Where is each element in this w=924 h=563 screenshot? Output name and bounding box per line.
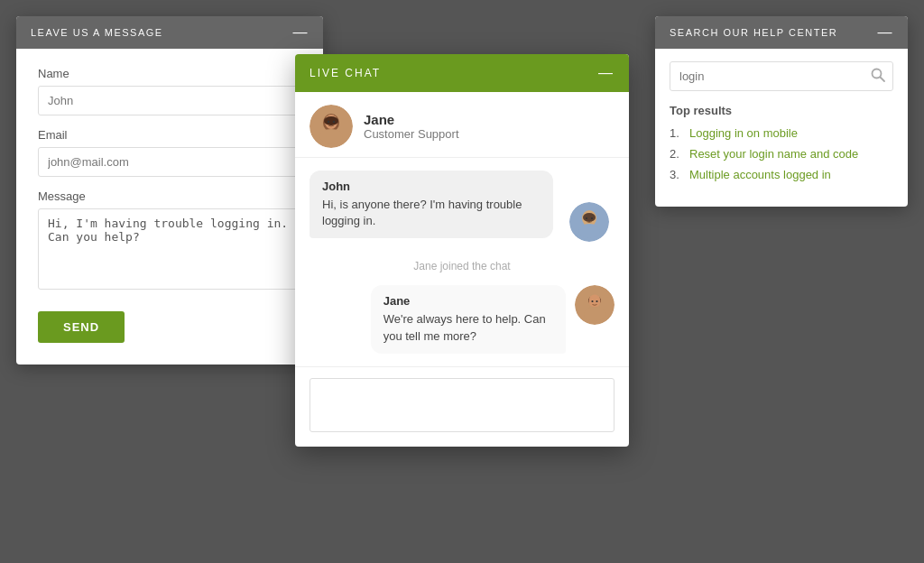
svg-point-6 — [319, 129, 343, 143]
search-body: Top results 1. Logging in on mobile 2. R… — [655, 49, 908, 207]
chat-input-area — [295, 366, 629, 447]
john-message-bubble: John Hi, is anyone there? I'm having tro… — [310, 171, 553, 238]
agent-role: Customer Support — [364, 127, 459, 141]
system-message: Jane joined the chat — [310, 256, 614, 276]
result-num-3: 3. — [670, 168, 684, 181]
jane-message-row: Jane We're always here to help. Can you … — [310, 285, 614, 353]
jane-message-text: We're always here to help. Can you tell … — [383, 311, 553, 344]
search-input[interactable] — [670, 61, 893, 91]
leave-message-header: LEAVE US A MESSAGE — — [16, 16, 323, 49]
leave-message-minimize[interactable]: — — [293, 25, 310, 40]
svg-point-8 — [333, 121, 335, 123]
search-panel: SEARCH OUR HELP CENTER — Top results 1. … — [655, 16, 908, 207]
email-label: Email — [38, 128, 301, 142]
jane-chat-avatar — [575, 285, 614, 325]
search-box — [670, 61, 893, 91]
svg-point-20 — [591, 300, 593, 302]
result-item-2: 2. Reset your login name and code — [670, 147, 893, 161]
john-avatar — [569, 202, 609, 242]
leave-message-body: Name Email Message SEND — [16, 49, 323, 365]
result-num-2: 2. — [670, 147, 684, 161]
result-item-1: 1. Logging in on mobile — [670, 126, 893, 140]
jane-sender-label: Jane — [383, 294, 553, 308]
svg-point-7 — [328, 121, 329, 123]
leave-message-panel: LEAVE US A MESSAGE — Name Email Message … — [16, 16, 323, 365]
svg-point-5 — [324, 116, 338, 125]
result-num-1: 1. — [670, 126, 684, 140]
chat-messages: John Hi, is anyone there? I'm having tro… — [295, 158, 629, 366]
john-avatar-image — [569, 202, 609, 242]
svg-point-14 — [591, 217, 593, 219]
svg-line-1 — [881, 77, 885, 81]
svg-point-11 — [583, 213, 596, 222]
jane-avatar-image — [310, 105, 353, 148]
search-icon — [870, 67, 886, 83]
message-textarea[interactable] — [38, 208, 301, 290]
name-label: Name — [38, 67, 301, 80]
john-sender-label: John — [322, 180, 541, 193]
search-minimize[interactable]: — — [878, 25, 894, 40]
result-link-3[interactable]: Multiple accounts logged in — [689, 168, 831, 181]
live-chat-header: LIVE CHAT — — [295, 54, 629, 92]
result-item-3: 3. Multiple accounts logged in — [670, 168, 893, 181]
jane-message-bubble: Jane We're always here to help. Can you … — [371, 285, 566, 353]
email-input[interactable] — [38, 147, 301, 177]
live-chat-title: LIVE CHAT — [310, 67, 381, 79]
agent-text: Jane Customer Support — [364, 112, 459, 141]
chat-input[interactable] — [310, 378, 614, 432]
agent-avatar — [310, 105, 353, 148]
results-list: 1. Logging in on mobile 2. Reset your lo… — [670, 126, 893, 181]
leave-message-title: LEAVE US A MESSAGE — [31, 27, 163, 38]
svg-point-21 — [596, 300, 597, 302]
send-button[interactable]: SEND — [38, 311, 125, 343]
search-icon-button[interactable] — [870, 67, 886, 87]
name-input[interactable] — [38, 86, 301, 115]
top-results-label: Top results — [670, 104, 893, 117]
message-label: Message — [38, 189, 301, 203]
john-message-text: Hi, is anyone there? I'm having trouble … — [322, 197, 541, 229]
live-chat-minimize[interactable]: — — [598, 65, 614, 81]
result-link-1[interactable]: Logging in on mobile — [689, 126, 798, 140]
search-header: SEARCH OUR HELP CENTER — — [655, 16, 908, 49]
agent-info: Jane Customer Support — [295, 92, 629, 158]
agent-name: Jane — [364, 112, 459, 127]
svg-point-13 — [586, 217, 587, 219]
svg-point-12 — [578, 224, 600, 238]
jane-chat-avatar-image — [575, 285, 614, 325]
search-title: SEARCH OUR HELP CENTER — [670, 27, 837, 38]
result-link-2[interactable]: Reset your login name and code — [689, 147, 858, 161]
live-chat-panel: LIVE CHAT — Jane Customer Support John H… — [295, 54, 629, 447]
svg-point-19 — [584, 307, 605, 321]
